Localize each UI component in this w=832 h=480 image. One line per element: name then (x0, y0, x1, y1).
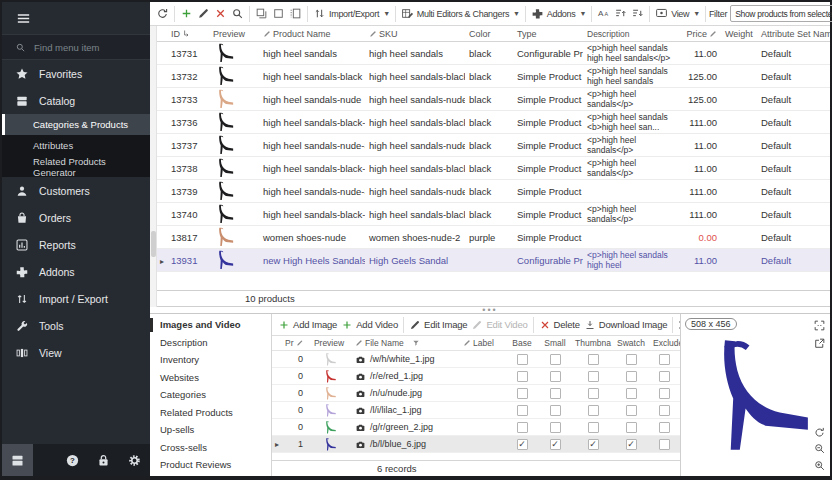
select-button[interactable] (270, 5, 287, 22)
download-image-button[interactable]: Download Image (582, 317, 670, 333)
thumbnail-checkbox[interactable]: ✓ (588, 439, 599, 450)
base-checkbox[interactable] (517, 405, 528, 416)
exclude-checkbox[interactable] (659, 354, 670, 365)
add-image-button[interactable]: Add Image (276, 317, 339, 333)
column-header-product-name[interactable]: Product Name (259, 29, 365, 39)
column-header-preview[interactable]: Preview (306, 338, 352, 348)
menu-toggle-button[interactable] (2, 2, 150, 34)
base-checkbox[interactable] (517, 354, 528, 365)
view-menu[interactable]: View▼ (653, 5, 702, 22)
scrollbar-handle[interactable] (151, 231, 156, 257)
swatch-checkbox[interactable] (626, 422, 637, 433)
table-row[interactable]: 13733 high heel sandals-nude high heel s… (157, 88, 830, 111)
table-row[interactable]: 13740 high heel sandals-black-38 high he… (157, 203, 830, 226)
detail-tab[interactable]: Related Products (150, 404, 271, 422)
sidebar-item-favorites[interactable]: Favorites (2, 60, 150, 87)
detail-tab[interactable]: Cross-sells (150, 439, 271, 457)
column-header-attribute-set[interactable]: Attribute Set Name (757, 29, 830, 39)
swatch-checkbox[interactable] (626, 388, 637, 399)
actual-size-button[interactable] (813, 318, 826, 331)
detail-tab[interactable]: Images and Video (150, 316, 271, 334)
sidebar-subitem[interactable]: Categories & Products (2, 114, 150, 135)
exclude-checkbox[interactable] (659, 371, 670, 382)
column-header-swatch[interactable]: Swatch (614, 338, 648, 348)
sort-desc-button[interactable] (629, 5, 646, 22)
exclude-checkbox[interactable] (659, 422, 670, 433)
add-product-button[interactable] (178, 5, 195, 22)
sidebar-item-catalog[interactable]: Catalog (2, 87, 150, 114)
column-header-description[interactable]: Description (583, 29, 675, 39)
image-row[interactable]: 0 /w/h/white_1.jpg (272, 351, 680, 368)
image-row[interactable]: 0 /g/r/green_2.jpg (272, 419, 680, 436)
detail-tab[interactable]: Categories (150, 386, 271, 404)
table-row[interactable]: 13736 high heel sandals-black-36 high he… (157, 111, 830, 134)
column-header-preview[interactable]: Preview (209, 29, 259, 39)
open-in-new-button[interactable] (813, 336, 826, 349)
sidebar-item-addons[interactable]: Addons (2, 258, 150, 285)
small-checkbox[interactable] (550, 371, 561, 382)
help-button[interactable] (57, 444, 88, 476)
detail-tab[interactable]: Websites (150, 369, 271, 387)
import-export-menu[interactable]: Import/Export▼ (311, 5, 392, 22)
add-video-button[interactable]: Add Video (339, 317, 400, 333)
rotate-button[interactable] (813, 425, 826, 438)
image-row[interactable]: 0 /l/i/lilac_1.jpg (272, 402, 680, 419)
swatch-checkbox[interactable]: ✓ (626, 439, 637, 450)
thumbnail-checkbox[interactable] (588, 422, 599, 433)
base-checkbox[interactable]: ✓ (517, 439, 528, 450)
addons-menu[interactable]: Addons▼ (529, 5, 588, 22)
small-checkbox[interactable] (550, 405, 561, 416)
image-row[interactable]: 1 /b/l/blue_6.jpg ✓ ✓ ✓ ✓ (272, 436, 680, 453)
exclude-checkbox[interactable] (659, 439, 670, 450)
duplicate-button[interactable] (253, 5, 270, 22)
paste-special-button[interactable] (287, 5, 304, 22)
column-header-exclude[interactable]: Exclude (648, 338, 680, 348)
thumbnail-checkbox[interactable] (588, 371, 599, 382)
sidebar-item-reports[interactable]: Reports (2, 231, 150, 258)
table-row[interactable]: 13737 high heel sandals-nude-36 high hee… (157, 134, 830, 157)
detail-tab[interactable]: Up-sells (150, 421, 271, 439)
menu-search-input[interactable]: Find menu item (2, 34, 150, 60)
small-checkbox[interactable] (550, 422, 561, 433)
detail-tab[interactable]: Description (150, 334, 271, 352)
font-size-button[interactable] (595, 5, 612, 22)
sidebar-subitem[interactable]: Related Products Generator (2, 156, 150, 177)
base-checkbox[interactable] (517, 422, 528, 433)
column-header-weight[interactable]: Weight (721, 29, 757, 39)
sort-asc-button[interactable] (612, 5, 629, 22)
edit-image-button[interactable]: Edit Image (407, 317, 469, 333)
image-row[interactable]: 0 /r/e/red_1.jpg (272, 368, 680, 385)
thumbnail-checkbox[interactable] (588, 405, 599, 416)
detail-tab[interactable]: Inventory (150, 351, 271, 369)
swatch-checkbox[interactable] (626, 405, 637, 416)
edit-product-button[interactable] (195, 5, 212, 22)
column-header-priority[interactable]: Pr (282, 338, 306, 348)
multi-editors-menu[interactable]: Multi Editors & Changers▼ (399, 5, 522, 22)
delete-image-button[interactable]: Delete (537, 317, 582, 333)
table-row[interactable]: 13731 high heel sandals high heel sandal… (157, 42, 830, 65)
edit-video-button[interactable]: Edit Video (469, 317, 529, 333)
thumbnail-checkbox[interactable] (588, 388, 599, 399)
detail-tab[interactable]: Product Reviews (150, 456, 271, 474)
sidebar-subitem[interactable]: Attributes (2, 135, 150, 156)
table-row[interactable]: 13739 high heel sandals-nude-37 high hee… (157, 180, 830, 203)
column-header-type[interactable]: Type (513, 29, 583, 39)
delete-product-button[interactable] (212, 5, 229, 22)
image-row[interactable]: 0 /n/u/nude.jpg (272, 385, 680, 402)
table-row[interactable]: 13732 high heel sandals-black high heel … (157, 65, 830, 88)
lock-button[interactable] (88, 444, 119, 476)
store-mode-button[interactable] (2, 444, 33, 476)
swatch-checkbox[interactable] (626, 354, 637, 365)
sidebar-item-import-export[interactable]: Import / Export (2, 285, 150, 312)
thumbnail-checkbox[interactable] (588, 354, 599, 365)
column-header-color[interactable]: Color (465, 29, 513, 39)
table-row[interactable]: 13931 new High Heels Sandals High Geels … (157, 249, 830, 272)
exclude-checkbox[interactable] (659, 405, 670, 416)
small-checkbox[interactable] (550, 354, 561, 365)
base-checkbox[interactable] (517, 388, 528, 399)
column-header-price[interactable]: Price (675, 29, 721, 39)
base-checkbox[interactable] (517, 371, 528, 382)
column-header-thumbnail[interactable]: Thumbna (572, 338, 614, 348)
refresh-button[interactable] (154, 5, 171, 22)
column-header-file-name[interactable]: File Name (352, 338, 460, 348)
